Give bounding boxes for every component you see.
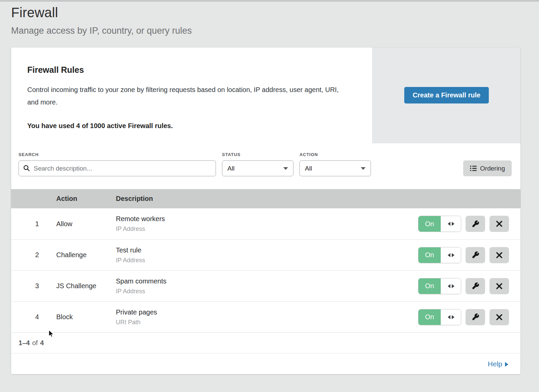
wrench-icon [472, 282, 479, 290]
rule-description: Test rule [116, 246, 418, 254]
triangle-right-icon [452, 222, 454, 226]
delete-rule-button[interactable] [489, 309, 509, 325]
rule-controls: On [418, 216, 520, 232]
toggle-on-label[interactable]: On [418, 278, 441, 294]
rule-enabled-toggle[interactable]: On [418, 278, 461, 294]
filters-bar: SEARCH STATUS All ACTION All [11, 143, 520, 189]
table-row: 1 Allow Remote workers IP Address On [11, 208, 520, 239]
triangle-left-icon [448, 253, 450, 257]
action-selected-value: All [305, 165, 312, 172]
search-label: SEARCH [19, 152, 216, 157]
pagination-total: 4 [40, 339, 44, 347]
toggle-on-label[interactable]: On [418, 216, 441, 232]
search-filter-group: SEARCH [19, 152, 216, 176]
table-row: 2 Challenge Test rule IP Address On [11, 239, 520, 270]
rule-description-cell: Test rule IP Address [116, 246, 418, 264]
ordering-button-label: Ordering [480, 165, 505, 172]
rule-description: Spam comments [116, 277, 418, 285]
rule-priority: 2 [11, 251, 56, 259]
intro-heading: Firewall Rules [27, 65, 352, 75]
pagination: 1–4 of 4 [11, 332, 520, 353]
action-column-header: Action [56, 195, 116, 203]
rule-description-cell: Spam comments IP Address [116, 277, 418, 295]
triangle-left-icon [448, 284, 450, 288]
table-row: 3 JS Challenge Spam comments IP Address … [11, 270, 520, 301]
rule-priority: 4 [11, 313, 56, 321]
delete-rule-button[interactable] [489, 216, 509, 232]
firewall-rules-card: Firewall Rules Control incoming traffic … [11, 48, 520, 374]
help-link-label: Help [488, 360, 502, 368]
create-rule-panel: Create a Firewall rule [372, 48, 520, 143]
rule-controls: On [418, 278, 520, 294]
delete-rule-button[interactable] [489, 247, 509, 263]
page-title: Firewall [11, 5, 539, 20]
rule-priority: 3 [11, 282, 56, 290]
delete-rule-button[interactable] [489, 278, 509, 294]
rule-enabled-toggle[interactable]: On [418, 216, 461, 232]
rule-action: JS Challenge [56, 282, 116, 290]
chevron-down-icon [283, 167, 288, 170]
pagination-of: of [32, 339, 38, 347]
rule-enabled-toggle[interactable]: On [418, 247, 461, 263]
pagination-range: 1–4 [19, 339, 30, 347]
status-filter-group: STATUS All [222, 152, 293, 176]
rule-description-cell: Private pages URI Path [116, 308, 418, 326]
wrench-icon [472, 313, 479, 321]
wrench-icon [472, 251, 479, 259]
rule-action: Challenge [56, 251, 116, 259]
action-filter-group: ACTION All [299, 152, 371, 176]
table-header: Action Description [11, 189, 520, 208]
close-icon [496, 314, 503, 321]
rule-match-type: IP Address [116, 288, 418, 295]
rule-match-type: URI Path [116, 319, 418, 326]
rule-description-cell: Remote workers IP Address [116, 215, 418, 233]
triangle-left-icon [448, 315, 450, 319]
rule-description: Remote workers [116, 215, 418, 223]
triangle-right-icon [452, 253, 454, 257]
rule-action: Block [56, 313, 116, 321]
rules-usage-text: You have used 4 of 1000 active Firewall … [27, 122, 352, 130]
description-column-header: Description [116, 195, 520, 203]
close-icon [496, 283, 503, 290]
window-top-edge [0, 0, 539, 2]
status-label: STATUS [222, 152, 293, 157]
search-input[interactable] [19, 160, 216, 176]
table-row: 4 Block Private pages URI Path On [11, 301, 520, 332]
triangle-right-icon [452, 315, 454, 319]
arrow-right-icon [505, 362, 508, 367]
toggle-drag-handle[interactable] [441, 309, 461, 325]
status-selected-value: All [227, 165, 234, 172]
rule-match-type: IP Address [116, 257, 418, 264]
triangle-right-icon [452, 284, 454, 288]
action-select[interactable]: All [299, 160, 371, 176]
page-subtitle: Manage access by IP, country, or query r… [11, 26, 539, 36]
close-icon [496, 220, 503, 227]
ordered-list-icon [470, 165, 477, 171]
close-icon [496, 252, 503, 259]
rule-controls: On [418, 247, 520, 263]
intro-section: Firewall Rules Control incoming traffic … [11, 48, 520, 143]
rule-priority: 1 [11, 220, 56, 228]
help-row: Help [11, 353, 520, 374]
edit-rule-button[interactable] [466, 278, 485, 294]
ordering-button[interactable]: Ordering [463, 160, 512, 176]
edit-rule-button[interactable] [466, 247, 485, 263]
search-field-wrap [19, 160, 216, 176]
toggle-drag-handle[interactable] [441, 278, 461, 294]
rule-enabled-toggle[interactable]: On [418, 309, 461, 325]
rule-description: Private pages [116, 308, 418, 316]
status-select[interactable]: All [222, 160, 293, 176]
page-header: Firewall Manage access by IP, country, o… [11, 5, 539, 36]
create-firewall-rule-button[interactable]: Create a Firewall rule [404, 87, 489, 103]
toggle-on-label[interactable]: On [418, 247, 441, 263]
edit-rule-button[interactable] [466, 216, 485, 232]
intro-description: Control incoming traffic to your zone by… [27, 84, 347, 109]
help-link[interactable]: Help [488, 360, 508, 368]
action-label: ACTION [299, 152, 371, 157]
toggle-on-label[interactable]: On [418, 309, 441, 325]
wrench-icon [472, 220, 479, 228]
edit-rule-button[interactable] [466, 309, 485, 325]
toggle-drag-handle[interactable] [441, 247, 461, 263]
chevron-down-icon [360, 167, 366, 170]
toggle-drag-handle[interactable] [441, 216, 461, 232]
